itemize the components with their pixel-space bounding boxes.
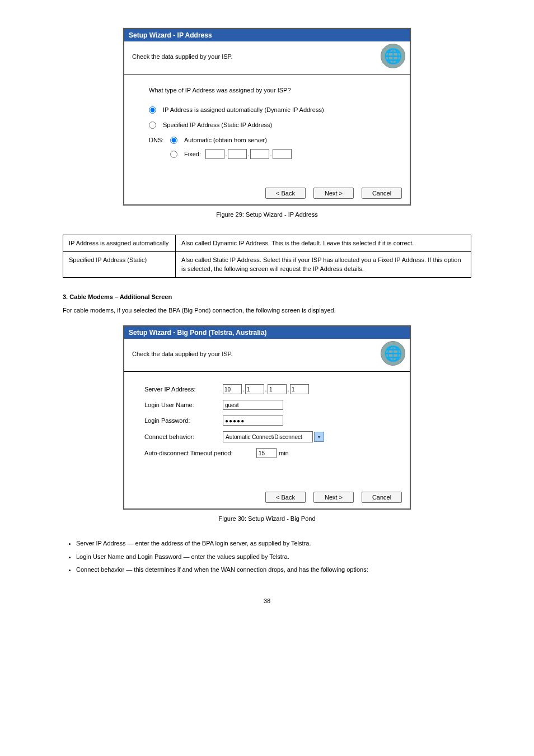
login-user-input[interactable] bbox=[223, 400, 283, 410]
login-user-label: Login User Name: bbox=[144, 402, 223, 408]
static-ip-radio[interactable] bbox=[149, 122, 156, 129]
dns-octet-4[interactable] bbox=[273, 149, 292, 159]
dynamic-ip-label: IP Address is assigned automatically (Dy… bbox=[163, 104, 324, 116]
table-r1c2: Also called Dynamic IP Address. This is … bbox=[176, 235, 471, 252]
globe-icon: 🌐 bbox=[381, 341, 405, 366]
dns-label: DNS: bbox=[149, 134, 167, 146]
setup-wizard-bigpond-dialog: Setup Wizard - Big Pond (Telstra, Austra… bbox=[123, 325, 411, 510]
timeout-label: Auto-disconnect Timeout period: bbox=[144, 450, 256, 456]
next-button[interactable]: Next > bbox=[313, 188, 354, 199]
ip-question: What type of IP Address was assigned by … bbox=[149, 85, 399, 96]
dialog2-subtitle: Check the data supplied by your ISP. bbox=[132, 351, 233, 357]
login-pwd-input[interactable]: ●●●●● bbox=[223, 416, 283, 426]
setup-wizard-ip-dialog: Setup Wizard - IP Address Check the data… bbox=[123, 28, 411, 206]
timeout-input[interactable] bbox=[256, 448, 277, 458]
ip-options-table: IP Address is assigned automatically Als… bbox=[63, 235, 471, 278]
server-ip-octet-2[interactable] bbox=[245, 384, 264, 394]
list-item: Server IP Address — enter the address of… bbox=[76, 539, 471, 549]
figure1-caption: Figure 29: Setup Wizard - IP Address bbox=[0, 211, 534, 218]
dialog2-subtitle-bar: Check the data supplied by your ISP. 🌐 bbox=[124, 339, 410, 372]
dialog-subtitle-bar: Check the data supplied by your ISP. 🌐 bbox=[124, 41, 410, 74]
cancel-button[interactable]: Cancel bbox=[362, 492, 402, 503]
server-ip-octet-3[interactable] bbox=[268, 384, 287, 394]
server-ip-label: Server IP Address: bbox=[144, 386, 223, 393]
connect-behavior-label: Connect behavior: bbox=[144, 433, 223, 440]
timeout-unit: min bbox=[279, 450, 289, 456]
cancel-button[interactable]: Cancel bbox=[362, 188, 402, 199]
dns-auto-label: Automatic (obtain from server) bbox=[184, 134, 267, 146]
server-ip-octet-4[interactable] bbox=[290, 384, 309, 394]
section-heading: 3. Cable Modems – Additional Screen bbox=[63, 292, 471, 302]
back-button[interactable]: < Back bbox=[265, 492, 306, 503]
dns-auto-radio[interactable] bbox=[170, 137, 177, 144]
table-r2c1: Specified IP Address (Static) bbox=[63, 251, 176, 277]
list-item: Connect behavior — this determines if an… bbox=[76, 565, 471, 575]
static-ip-label: Specified IP Address (Static IP Address) bbox=[163, 119, 272, 131]
dns-fixed-label: Fixed: bbox=[184, 148, 201, 160]
dns-fixed-ip-group: . . . bbox=[205, 148, 292, 160]
connect-behavior-value: Automatic Connect/Disconnect bbox=[226, 434, 302, 440]
dialog-subtitle: Check the data supplied by your ISP. bbox=[132, 53, 233, 60]
login-pwd-label: Login Password: bbox=[144, 417, 223, 424]
dialog-title: Setup Wizard - IP Address bbox=[124, 29, 410, 41]
dynamic-ip-radio[interactable] bbox=[149, 106, 156, 114]
table-r2c2: Also called Static IP Address. Select th… bbox=[176, 251, 471, 277]
bullet-list: Server IP Address — enter the address of… bbox=[68, 539, 471, 575]
page-number: 38 bbox=[0, 598, 534, 604]
dialog2-title: Setup Wizard - Big Pond (Telstra, Austra… bbox=[124, 326, 410, 339]
connect-behavior-select[interactable]: Automatic Connect/Disconnect bbox=[223, 431, 313, 442]
table-r1c1: IP Address is assigned automatically bbox=[63, 235, 176, 252]
section-paragraph: For cable modems, if you selected the BP… bbox=[63, 306, 471, 316]
dns-octet-2[interactable] bbox=[228, 149, 247, 159]
back-button[interactable]: < Back bbox=[265, 188, 306, 199]
figure2-caption: Figure 30: Setup Wizard - Big Pond bbox=[0, 515, 534, 522]
globe-icon: 🌐 bbox=[381, 44, 405, 68]
dns-octet-3[interactable] bbox=[250, 149, 269, 159]
list-item: Login User Name and Login Password — ent… bbox=[76, 552, 471, 562]
dns-octet-1[interactable] bbox=[205, 149, 224, 159]
next-button[interactable]: Next > bbox=[313, 492, 354, 503]
dns-fixed-radio[interactable] bbox=[170, 151, 177, 158]
server-ip-octet-1[interactable] bbox=[223, 384, 242, 394]
chevron-down-icon[interactable]: ▾ bbox=[314, 432, 324, 442]
